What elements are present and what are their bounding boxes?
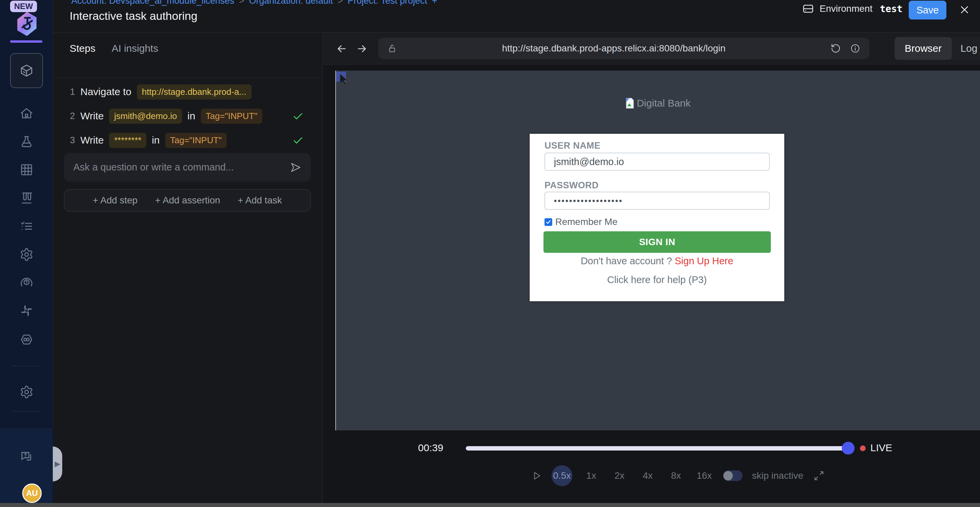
step-target-badge[interactable]: Tag="INPUT" (201, 109, 262, 124)
remember-me-checkbox[interactable] (544, 218, 552, 226)
step-success-check-icon (292, 110, 304, 122)
sidebar-item-tests[interactable] (19, 135, 34, 149)
sidebar-item-modules[interactable] (10, 53, 43, 88)
step-action-text: Write (80, 135, 103, 146)
page-title: Interactive task authoring (70, 10, 197, 22)
step-row[interactable]: 2Writejsmith@demo.ioinTag="INPUT" (65, 107, 314, 125)
password-field[interactable] (544, 192, 770, 210)
browser-viewport: Digital Bank USER NAME PASSWORD Remember… (335, 71, 980, 430)
send-icon[interactable] (289, 161, 302, 174)
tab-steps[interactable]: Steps (70, 43, 95, 54)
breadcrumb-link[interactable]: Organization: default (249, 0, 333, 6)
infinity-link-icon (19, 332, 33, 346)
modules-cube-icon (19, 63, 34, 78)
sidebar-item-settings[interactable] (19, 247, 34, 262)
command-input[interactable] (64, 162, 289, 173)
speed-chip-4x[interactable]: 4x (638, 466, 657, 485)
back-icon[interactable] (336, 43, 348, 55)
sidebar-divider (12, 366, 40, 366)
step-connector-text: in (152, 135, 159, 146)
header: Account: Devspace_ai_module_licenses>Org… (53, 0, 980, 33)
remember-me-row: Remember Me (544, 216, 617, 227)
skip-inactive-toggle[interactable] (723, 470, 743, 481)
gear-icon (19, 385, 33, 399)
play-icon[interactable] (531, 470, 542, 481)
skip-inactive-label: skip inactive (752, 470, 803, 481)
forward-icon[interactable] (356, 43, 368, 55)
breadcrumb-link[interactable]: Project: Test project (348, 0, 428, 6)
browser-toolbar: http://stage.dbank.prod-apps.relicx.ai:8… (323, 33, 980, 65)
sidebar-item-data-grid[interactable] (19, 162, 34, 177)
sidebar-item-help-center[interactable] (19, 275, 34, 290)
horizontal-scrollbar[interactable] (0, 503, 980, 507)
add-assertion-button[interactable]: + Add assertion (155, 195, 220, 206)
seek-thumb[interactable] (842, 442, 854, 455)
step-action-text: Navigate to (80, 86, 132, 97)
speed-chip-8x[interactable]: 8x (667, 466, 686, 485)
signup-prefix: Don't have account ? (581, 256, 675, 266)
view-mode-tabs: Browser Log (894, 37, 980, 60)
password-label: PASSWORD (544, 180, 599, 191)
step-connector-text: in (187, 110, 195, 122)
step-value-badge[interactable]: http://stage.dbank.prod-a... (137, 84, 251, 100)
tab-ai-insights[interactable]: AI insights (111, 43, 158, 54)
seek-bar[interactable] (466, 446, 848, 450)
breadcrumb-add-icon[interactable]: + (432, 0, 437, 6)
add-step-button[interactable]: + Add step (93, 195, 138, 206)
sidebar-divider (12, 411, 40, 412)
url-text[interactable]: http://stage.dbank.prod-apps.relicx.ai:8… (397, 43, 830, 54)
refresh-icon[interactable] (830, 43, 841, 54)
add-task-button[interactable]: + Add task (238, 195, 282, 206)
signup-link[interactable]: Sign Up Here (675, 256, 733, 266)
flask-icon (19, 135, 33, 149)
save-button[interactable]: Save (909, 1, 947, 19)
browser-panel: http://stage.dbank.prod-apps.relicx.ai:8… (323, 33, 980, 503)
step-target-badge[interactable]: Tag="INPUT" (165, 133, 227, 148)
username-field[interactable] (544, 153, 770, 171)
toggle-knob (724, 471, 733, 480)
close-icon[interactable] (959, 4, 970, 16)
breadcrumb-separator: > (239, 0, 245, 6)
sidebar-collapse-handle[interactable]: ▶ (53, 447, 62, 482)
fullscreen-icon[interactable] (813, 470, 825, 482)
url-bar[interactable]: http://stage.dbank.prod-apps.relicx.ai:8… (379, 38, 869, 59)
signup-row: Don't have account ? Sign Up Here (530, 256, 784, 267)
breadcrumb: Account: Devspace_ai_module_licenses>Org… (71, 0, 437, 6)
speed-chip-2x[interactable]: 2x (610, 466, 629, 485)
tab-log[interactable]: Log (952, 43, 980, 54)
help-link[interactable]: Click here for help (P3) (530, 274, 784, 285)
breadcrumb-link[interactable]: Account: Devspace_ai_module_licenses (71, 0, 234, 6)
step-row[interactable]: 3Write********inTag="INPUT" (65, 132, 314, 149)
step-row[interactable]: 1Navigate tohttp://stage.dbank.prod-a... (65, 83, 314, 100)
step-number: 2 (65, 111, 75, 121)
sidebar-item-home[interactable] (19, 106, 34, 121)
sidebar-item-task-list[interactable] (19, 219, 34, 234)
sidebar-item-test-runs[interactable] (19, 191, 34, 205)
avatar[interactable]: AU (22, 483, 42, 503)
sidebar-item-admin-settings[interactable] (19, 385, 34, 399)
add-actions-bar: + Add step+ Add assertion+ Add task (64, 189, 311, 212)
remember-me-label[interactable]: Remember Me (555, 216, 617, 227)
grid-icon (19, 163, 33, 177)
cursor-icon (337, 73, 351, 86)
checklist-icon (19, 219, 33, 233)
accent-bar (10, 40, 42, 43)
gear-icon (19, 248, 33, 262)
help-search-icon (19, 275, 33, 289)
step-value-badge[interactable]: ******** (109, 133, 146, 148)
tab-browser[interactable]: Browser (894, 37, 952, 60)
speed-chip-1x[interactable]: 1x (582, 466, 601, 485)
environment-group: Environment test (802, 3, 903, 15)
step-value-badge[interactable]: jsmith@demo.io (109, 109, 182, 124)
speed-chip-16x[interactable]: 16x (695, 466, 714, 485)
test-tubes-icon (19, 191, 33, 205)
sign-in-button[interactable]: SIGN IN (544, 231, 771, 253)
live-dot (860, 445, 865, 451)
speed-chip-0.5x[interactable]: 0.5x (552, 465, 573, 486)
breadcrumb-separator: > (338, 0, 343, 6)
sidebar-item-support-chat[interactable] (19, 449, 34, 464)
app-logo[interactable] (15, 11, 39, 37)
sidebar-item-slack[interactable] (19, 303, 34, 318)
sidebar-item-integrations[interactable] (19, 332, 34, 347)
info-icon[interactable] (850, 43, 861, 54)
